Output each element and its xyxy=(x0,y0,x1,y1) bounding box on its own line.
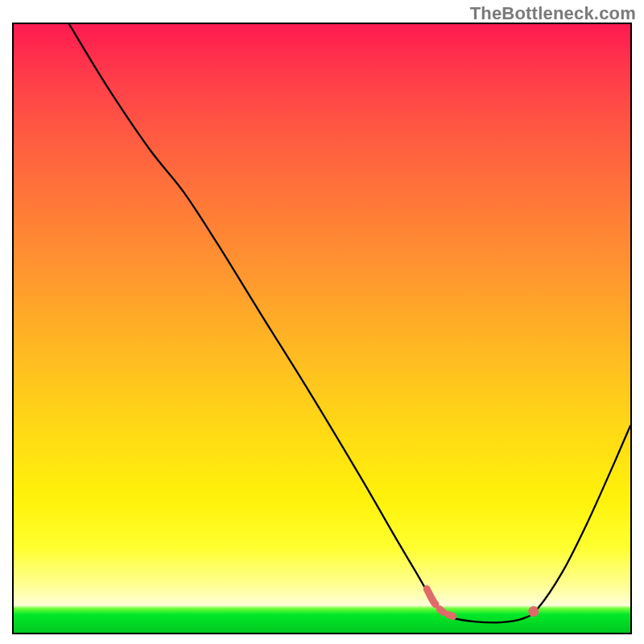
plot-area xyxy=(12,23,632,634)
bottleneck-curve xyxy=(69,24,630,622)
chart-svg xyxy=(14,24,630,633)
curve-marker-dot xyxy=(528,606,539,617)
chart-frame: TheBottleneck.com xyxy=(0,0,644,644)
watermark-text: TheBottleneck.com xyxy=(470,3,636,24)
dashed-highlight-segment xyxy=(427,589,528,621)
